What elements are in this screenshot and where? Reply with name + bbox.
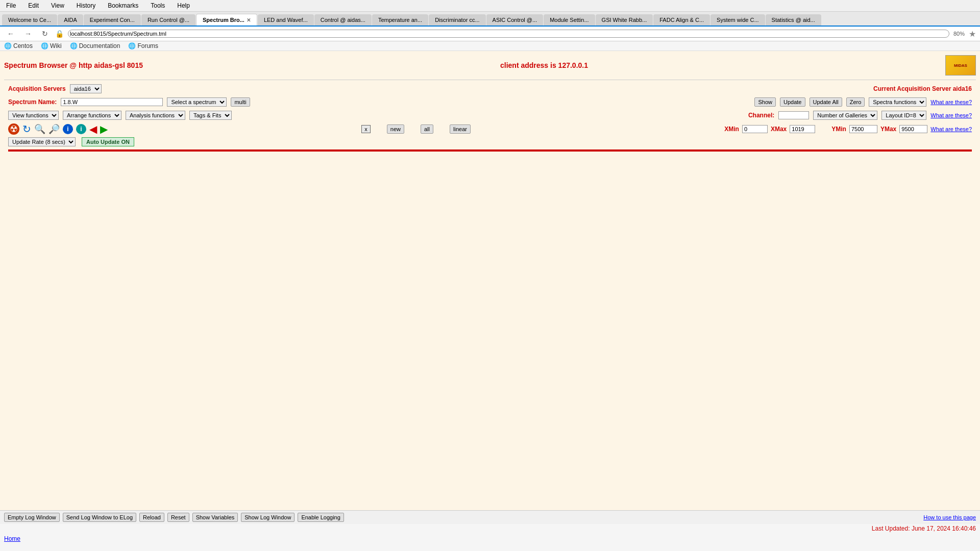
xmax-label: XMax [771,126,787,133]
menu-file[interactable]: File [4,1,18,10]
star-icon[interactable]: ★ [969,29,976,39]
number-of-galleries-select[interactable]: Number of Galleries [813,111,877,120]
spectra-functions-select[interactable]: Spectra functions [869,97,926,107]
acq-server-row: Acquisition Servers aida16 Current Acqui… [4,82,976,95]
select-spectrum-dropdown[interactable]: Select a spectrum [167,97,227,107]
update-all-button[interactable]: Update All [810,97,842,107]
bottom-buttons: Empty Log Window Send Log Window to ELog… [4,513,344,522]
auto-update-button[interactable]: Auto Update ON [82,137,134,146]
tab-control[interactable]: Control @ aidas... [314,14,372,26]
linear-button[interactable]: linear [450,124,471,134]
tab-led[interactable]: LED and Wavef... [258,14,314,26]
tab-runcontrol[interactable]: Run Control @... [141,14,195,26]
controls-row-1: Spectrum Name: Select a spectrum multi S… [4,95,976,109]
x-button[interactable]: x [361,125,371,133]
xmin-input[interactable] [742,125,768,133]
arrow-left-icon[interactable]: ◀ [89,123,97,135]
new-button[interactable]: new [387,124,404,134]
client-address: client address is 127.0.0.1 [500,61,588,69]
reload-button[interactable]: ↻ [39,29,51,39]
show-log-window-button[interactable]: Show Log Window [241,513,295,522]
reset-button[interactable]: Reset [167,513,189,522]
zoom-level: 80% [953,31,965,37]
menu-edit[interactable]: Edit [26,1,41,10]
magnify-icon[interactable]: 🔍 [34,123,45,135]
what-are-these-3[interactable]: What are these? [930,126,972,132]
refresh-icon[interactable]: ↻ [22,123,31,135]
what-are-these-2[interactable]: What are these? [930,112,972,118]
page-header: Spectrum Browser @ http aidas-gsl 8015 c… [4,55,976,76]
xmin-label: XMin [724,126,739,133]
multi-button[interactable]: multi [231,97,250,107]
info-blue-icon[interactable]: i [63,124,73,134]
what-are-these-1[interactable]: What are these? [930,99,972,105]
midas-logo: MIDAS [945,55,976,76]
menu-bar: File Edit View History Bookmarks Tools H… [0,0,980,12]
update-rate-select[interactable]: Update Rate (8 secs) [8,137,76,146]
forward-button[interactable]: → [21,29,35,39]
tab-systemwide[interactable]: System wide C... [710,14,765,26]
header-separator [4,80,976,80]
menu-tools[interactable]: Tools [149,1,167,10]
tab-bar: Welcome to Ce... AIDA Experiment Con... … [0,12,980,27]
acq-server-select[interactable]: aida16 [70,84,102,93]
tab-statistics[interactable]: Statistics @ aid... [766,14,821,26]
bookmark-documentation[interactable]: 🌐 Documentation [70,42,120,49]
tab-temperature[interactable]: Temperature an... [372,14,428,26]
menu-history[interactable]: History [75,1,97,10]
show-button[interactable]: Show [754,97,776,107]
tab-module[interactable]: Module Settin... [544,14,595,26]
spectrum-name-label: Spectrum Name: [8,98,57,106]
send-log-button[interactable]: Send Log Window to ELog [63,513,136,522]
address-bar: ← → ↻ 🔒 80% ★ [0,27,980,41]
bookmark-forums[interactable]: 🌐 Forums [128,42,158,49]
page-title: Spectrum Browser @ http aidas-gsl 8015 [4,61,143,69]
tab-gsi[interactable]: GSI White Rabb... [596,14,653,26]
xmax-input[interactable] [790,125,815,133]
zero-button[interactable]: Zero [846,97,865,107]
show-variables-button[interactable]: Show Variables [192,513,238,522]
channel-input[interactable] [778,111,809,119]
bookmark-centos[interactable]: 🌐 Centos [4,42,33,49]
update-button[interactable]: Update [780,97,805,107]
tab-fadc[interactable]: FADC Align & C... [653,14,710,26]
arrange-functions-select[interactable]: Arrange functions [63,111,121,120]
ymin-input[interactable] [849,125,877,133]
menu-bookmarks[interactable]: Bookmarks [106,1,140,10]
acq-servers-label: Acquisition Servers [8,85,66,92]
enable-logging-button[interactable]: Enable Logging [298,513,344,522]
view-functions-select[interactable]: View functions [8,111,59,120]
back-button[interactable]: ← [4,29,17,39]
tags-fits-select[interactable]: Tags & Fits [189,111,232,120]
spectrum-name-input[interactable] [61,98,163,106]
menu-help[interactable]: Help [175,1,192,10]
tab-close-icon[interactable]: ✕ [247,17,251,23]
radiation-icon[interactable]: ☢ [8,123,19,135]
url-input[interactable] [68,30,949,38]
analysis-functions-select[interactable]: Analysis functions [126,111,185,120]
tab-welcome[interactable]: Welcome to Ce... [2,14,57,26]
reload-button-bottom[interactable]: Reload [139,513,164,522]
bookmark-wiki[interactable]: 🌐 Wiki [41,42,62,49]
tab-experiment[interactable]: Experiment Con... [84,14,141,26]
tab-aida[interactable]: AIDA [58,14,83,26]
channel-label: Channel: [748,112,774,119]
lock-icon: 🔒 [55,30,64,38]
tab-spectrum[interactable]: Spectrum Bro...✕ [196,14,257,26]
ymin-label: YMin [831,126,846,133]
info-teal-icon[interactable]: i [76,124,86,134]
update-rate-row: Update Rate (8 secs) Auto Update ON [4,136,976,147]
home-link[interactable]: Home [0,533,980,544]
magnify-minus-icon[interactable]: 🔎 [48,123,60,135]
all-button[interactable]: all [421,124,433,134]
ymax-input[interactable] [899,125,927,133]
arrow-right-icon[interactable]: ▶ [100,123,108,135]
how-to-use-link[interactable]: How to use this page [923,514,976,520]
layout-id-select[interactable]: Layout ID=8 [881,111,926,120]
toolbar-row: ☢ ↻ 🔍 🔎 i i ◀ ▶ x new all linear XMin XM… [4,122,976,136]
menu-view[interactable]: View [49,1,66,10]
bottom-bar: Empty Log Window Send Log Window to ELog… [0,510,980,524]
tab-discriminator[interactable]: Discriminator cc... [429,14,485,26]
tab-asic[interactable]: ASIC Control @... [486,14,544,26]
empty-log-button[interactable]: Empty Log Window [4,513,60,522]
